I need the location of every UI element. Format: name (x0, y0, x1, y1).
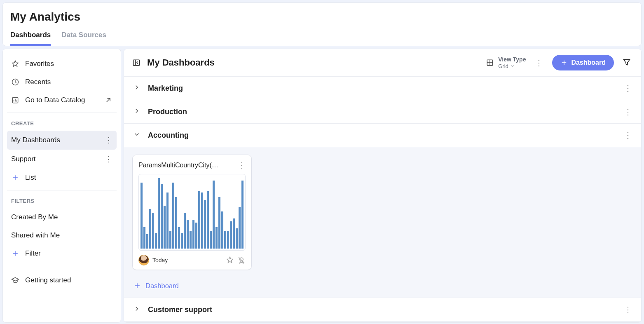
sidebar-item-label: My Dashboards (11, 136, 60, 144)
tabs: Dashboards Data Sources (10, 31, 634, 46)
chart-bar (161, 184, 163, 249)
sidebar-item-label: Getting started (25, 276, 71, 284)
more-icon[interactable]: ⋮ (105, 136, 112, 145)
more-icon[interactable]: ⋮ (105, 155, 112, 164)
sidebar-heading-filters: FILTERS (7, 195, 117, 208)
folder-name: Accounting (148, 131, 616, 140)
chart-bar (213, 181, 215, 249)
divider (7, 113, 117, 113)
chart-bar (198, 191, 200, 249)
add-dashboard-label: Dashboard (145, 282, 179, 290)
sidebar-item-my-dashboards[interactable]: My Dashboards ⋮ (7, 131, 117, 150)
chart-bar (149, 209, 151, 249)
chart-bar (146, 234, 148, 249)
chart-bar (201, 193, 203, 249)
folder-content-accounting: ParamsMultiCountryCity(… ⋮ Today (124, 147, 641, 274)
star-icon (11, 60, 19, 68)
chart-bar (164, 206, 166, 249)
more-icon[interactable]: ⋮ (624, 83, 632, 93)
filter-button[interactable] (621, 56, 633, 70)
avatar (138, 255, 149, 265)
sidebar-item-recents[interactable]: Recents (7, 73, 117, 91)
collapse-panel-icon[interactable] (132, 59, 141, 67)
folder-name: Customer support (148, 305, 616, 314)
chart-bar (210, 231, 212, 249)
chart-bar (172, 183, 174, 249)
page-title: My Analytics (10, 10, 634, 23)
sidebar-add-filter[interactable]: Filter (7, 244, 117, 263)
tab-data-sources[interactable]: Data Sources (61, 31, 106, 46)
more-icon[interactable]: ⋮ (624, 305, 632, 315)
more-icon[interactable]: ⋮ (238, 161, 246, 170)
plus-icon (11, 249, 19, 258)
view-type-selector[interactable]: View Type Grid (486, 56, 526, 69)
sidebar-item-label: Filter (25, 249, 41, 258)
sidebar: Favorites Recents Go to Data Catalog CR (2, 49, 121, 323)
chart-bar (215, 227, 218, 249)
sidebar-add-list[interactable]: List (7, 169, 117, 187)
sidebar-item-data-catalog[interactable]: Go to Data Catalog (7, 91, 117, 109)
sidebar-item-shared-with-me[interactable]: Shared with Me (7, 226, 117, 244)
view-type-label: View Type (498, 56, 526, 63)
view-type-value: Grid (498, 63, 526, 70)
external-link-icon (104, 96, 112, 104)
chart-bar (141, 183, 143, 249)
chart-bar (239, 207, 241, 249)
more-icon[interactable]: ⋮ (624, 130, 632, 140)
sidebar-item-label: List (25, 174, 36, 182)
plus-icon (11, 174, 19, 182)
folder-name: Marketing (148, 84, 616, 93)
chevron-right-icon (133, 305, 141, 314)
folder-row-accounting[interactable]: Accounting ⋮ (124, 123, 641, 147)
chevron-right-icon (133, 107, 141, 116)
chart-bar (218, 197, 220, 249)
star-icon[interactable] (226, 256, 234, 264)
folder-name: Production (148, 108, 616, 116)
chart-bar (233, 218, 235, 249)
certify-icon[interactable] (237, 256, 246, 264)
sidebar-item-support[interactable]: Support ⋮ (7, 150, 117, 169)
chart-bar (155, 233, 157, 249)
sidebar-item-label: Go to Data Catalog (25, 96, 85, 104)
dashboard-card[interactable]: ParamsMultiCountryCity(… ⋮ Today (132, 155, 252, 270)
topbar: My Analytics Dashboards Data Sources (2, 2, 642, 46)
chart-bar (178, 227, 180, 249)
sidebar-item-getting-started[interactable]: Getting started (7, 271, 117, 289)
sidebar-item-created-by-me[interactable]: Created By Me (7, 208, 117, 226)
folder-row-customer-support[interactable]: Customer support ⋮ (124, 298, 641, 322)
sidebar-item-label: Created By Me (11, 213, 58, 221)
sidebar-item-label: Recents (25, 78, 51, 86)
chart-bar (224, 231, 226, 249)
chart-bar (227, 231, 229, 249)
chart-bar (190, 231, 192, 249)
add-dashboard-button[interactable]: Dashboard (124, 274, 641, 298)
new-dashboard-button[interactable]: Dashboard (552, 55, 614, 70)
chart-preview (138, 174, 246, 251)
chart-bar (158, 178, 160, 249)
graduation-cap-icon (11, 276, 19, 284)
chart-bar (184, 213, 186, 249)
chart-bar (143, 227, 145, 249)
main-header: My Dashboards View Type Grid ⋮ (124, 49, 641, 77)
folder-row-marketing[interactable]: Marketing ⋮ (124, 76, 641, 100)
divider (7, 266, 117, 266)
main-panel: My Dashboards View Type Grid ⋮ (124, 49, 642, 323)
folder-row-production[interactable]: Production ⋮ (124, 100, 641, 124)
chart-bar (175, 197, 177, 249)
more-icon[interactable]: ⋮ (624, 107, 632, 117)
card-title: ParamsMultiCountryCity(… (138, 162, 235, 169)
divider (7, 190, 117, 190)
clock-icon (11, 78, 19, 86)
svg-point-4 (240, 258, 243, 261)
tab-dashboards[interactable]: Dashboards (10, 31, 51, 46)
chart-bar (221, 211, 223, 249)
chart-bar (169, 231, 171, 249)
chart-bar (166, 193, 169, 249)
chart-bar (236, 228, 238, 249)
more-icon[interactable]: ⋮ (532, 58, 546, 68)
sidebar-item-label: Shared with Me (11, 231, 60, 239)
chart-bar (241, 181, 244, 249)
sidebar-item-favorites[interactable]: Favorites (7, 55, 117, 73)
chart-bar (192, 220, 194, 249)
sidebar-item-label: Support (11, 155, 36, 163)
